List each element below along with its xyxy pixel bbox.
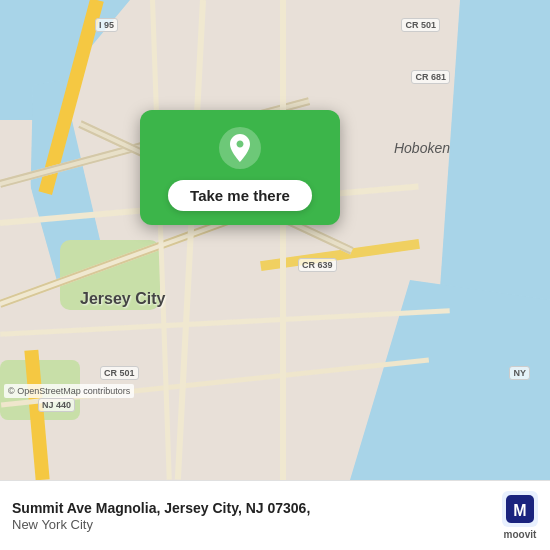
label-cr639: CR 639 xyxy=(298,258,337,272)
label-i95: I 95 xyxy=(95,18,118,32)
label-cr501-bottom: CR 501 xyxy=(100,366,139,380)
address-info: Summit Ave Magnolia, Jersey City, NJ 073… xyxy=(12,499,490,532)
moovit-text: moovit xyxy=(504,529,537,540)
osm-attribution: © OpenStreetMap contributors xyxy=(4,384,134,398)
moovit-svg: M xyxy=(506,495,534,523)
location-pin-icon xyxy=(218,126,262,170)
city-hoboken-label: Hoboken xyxy=(394,140,450,156)
road-vertical-2 xyxy=(280,0,286,480)
svg-text:M: M xyxy=(513,502,526,519)
label-cr501-top: CR 501 xyxy=(401,18,440,32)
moovit-logo: M moovit xyxy=(502,491,538,540)
label-cr681: CR 681 xyxy=(411,70,450,84)
city-jersey-city-label: Jersey City xyxy=(80,290,165,308)
take-me-there-button[interactable]: Take me there xyxy=(168,180,312,211)
map-container: CR 501 CR 681 CR 639 CR 501 I 95 NJ 440 … xyxy=(0,0,550,480)
bottom-bar: Summit Ave Magnolia, Jersey City, NJ 073… xyxy=(0,480,550,550)
address-line2: New York City xyxy=(12,517,490,532)
road-horizontal-2 xyxy=(0,308,450,337)
label-ny: NY xyxy=(509,366,530,380)
moovit-icon: M xyxy=(502,491,538,527)
label-nj440: NJ 440 xyxy=(38,398,75,412)
water-bay xyxy=(350,280,550,480)
popup-card: Take me there xyxy=(140,110,340,225)
address-line1: Summit Ave Magnolia, Jersey City, NJ 073… xyxy=(12,499,490,517)
